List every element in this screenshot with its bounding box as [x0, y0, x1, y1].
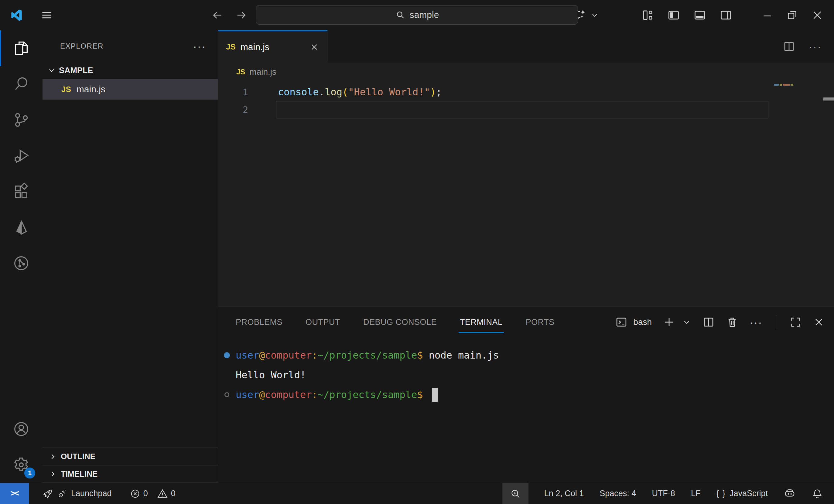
rocket-icon — [43, 488, 53, 499]
explorer-more-actions-icon[interactable]: ··· — [193, 45, 206, 48]
panel-more-actions-icon[interactable]: ··· — [750, 321, 763, 324]
customize-layout-icon[interactable] — [641, 9, 654, 22]
encoding[interactable]: UTF-8 — [652, 489, 675, 498]
activity-account[interactable] — [0, 411, 43, 447]
panel-tab-debug-console[interactable]: DEBUG CONSOLE — [363, 307, 437, 337]
remote-indicator[interactable]: >< — [0, 483, 29, 504]
git-branch-icon — [13, 111, 30, 129]
launchpad-label: Launchpad — [71, 489, 112, 498]
breadcrumb[interactable]: JS main.js — [218, 63, 834, 82]
panel-tab-ports[interactable]: PORTS — [526, 307, 554, 337]
tab-mainjs[interactable]: JS main.js — [218, 30, 327, 63]
panel-tab-terminal[interactable]: TERMINAL — [460, 307, 503, 337]
copilot-status-icon[interactable] — [784, 488, 796, 500]
menu-hamburger-icon[interactable] — [40, 8, 53, 22]
toggle-primary-sidebar-icon[interactable] — [667, 8, 680, 22]
toggle-panel-icon[interactable] — [693, 8, 706, 22]
language-mode[interactable]: { } JavaScript — [716, 489, 768, 498]
zoom-in-icon — [510, 488, 521, 500]
plug-icon — [57, 488, 67, 499]
explorer-title: EXPLORER — [60, 42, 104, 50]
indentation[interactable]: Spaces: 4 — [599, 489, 636, 498]
terminal-cursor — [432, 388, 438, 402]
code-editor[interactable]: 1 console.log("Hello World!"); 2 — [218, 82, 834, 307]
close-panel-icon[interactable] — [813, 316, 825, 328]
restore-window-icon[interactable] — [786, 9, 798, 21]
activity-extensions[interactable] — [0, 174, 43, 209]
activity-settings[interactable]: 1 — [0, 447, 43, 483]
command-center-search[interactable]: sample — [256, 5, 578, 25]
outline-label: OUTLINE — [61, 452, 95, 461]
chevron-down-icon — [590, 11, 599, 19]
maximize-panel-icon[interactable] — [790, 316, 802, 328]
tab-label: main.js — [241, 42, 302, 52]
divider — [776, 316, 776, 329]
terminal-text: user@computer:~/projects/sample$ — [236, 389, 429, 400]
outline-section[interactable]: OUTLINE — [43, 448, 218, 465]
folder-name: SAMPLE — [59, 66, 93, 75]
terminal-dropdown-chevron-icon[interactable] — [682, 318, 691, 327]
line-number: 1 — [218, 87, 278, 97]
line-number: 2 — [218, 105, 278, 115]
chevron-right-icon — [49, 470, 57, 478]
panel-tab-output[interactable]: OUTPUT — [306, 307, 340, 337]
problems-status-item[interactable]: 0 0 — [130, 488, 176, 499]
activity-explorer[interactable] — [0, 30, 43, 66]
file-item-mainjs[interactable]: JS main.js — [43, 79, 218, 99]
terminal-line: user@computer:~/projects/sample$ — [218, 385, 834, 405]
files-icon — [13, 40, 30, 57]
zoom-status-button[interactable] — [502, 483, 528, 504]
activity-pyramid-extension[interactable] — [0, 209, 43, 245]
timeline-section[interactable]: TIMELINE — [43, 465, 218, 483]
folder-section-sample[interactable]: SAMPLE — [43, 62, 218, 79]
kill-terminal-trash-icon[interactable] — [726, 316, 739, 328]
pyramid-icon — [13, 219, 30, 236]
terminal-line: Hello World! — [218, 365, 834, 385]
braces-icon: { } — [716, 489, 726, 498]
javascript-file-icon: JS — [226, 42, 236, 52]
cursor-position[interactable]: Ln 2, Col 1 — [544, 489, 584, 498]
new-terminal-icon[interactable] — [663, 316, 676, 328]
forward-arrow-icon[interactable] — [235, 9, 247, 21]
activity-run-debug[interactable] — [0, 138, 43, 174]
search-value: sample — [410, 10, 439, 20]
search-icon — [395, 10, 405, 20]
editor-tab-bar: JS main.js ··· — [218, 30, 834, 63]
settings-badge: 1 — [24, 467, 35, 479]
notifications-bell-icon[interactable] — [812, 488, 823, 500]
terminal-text: user@computer:~/projects/sample$ node ma… — [236, 349, 499, 361]
vscode-logo-icon — [9, 8, 23, 22]
code-line-1: console.log("Hello World!"); — [278, 86, 442, 98]
title-bar: sample — [0, 0, 834, 30]
activity-graph-extension[interactable] — [0, 245, 43, 281]
close-window-icon[interactable] — [811, 9, 824, 22]
breadcrumb-file: main.js — [249, 67, 277, 77]
activity-bar: 1 — [0, 30, 43, 483]
command-success-decoration — [224, 352, 230, 358]
account-icon — [13, 420, 30, 438]
minimap[interactable] — [774, 84, 793, 86]
minimize-window-icon[interactable] — [761, 9, 773, 21]
terminal-line: user@computer:~/projects/sample$ node ma… — [218, 345, 834, 365]
tab-close-icon[interactable] — [309, 42, 319, 52]
activity-search[interactable] — [0, 66, 43, 102]
terminal-text: Hello World! — [236, 369, 306, 381]
chevron-down-icon — [47, 66, 56, 75]
activity-source-control[interactable] — [0, 102, 43, 138]
panel-tab-problems[interactable]: PROBLEMS — [236, 307, 282, 337]
split-editor-icon[interactable] — [783, 40, 795, 53]
chevron-right-icon — [49, 452, 57, 461]
launchpad-status-item[interactable]: Launchpad — [43, 488, 112, 499]
toggle-secondary-sidebar-icon[interactable] — [719, 8, 732, 22]
status-bar: >< Launchpad — [0, 483, 834, 504]
timeline-label: TIMELINE — [61, 469, 97, 479]
command-pending-decoration — [224, 392, 229, 397]
editor-more-actions-icon[interactable]: ··· — [809, 45, 822, 48]
eol-sequence[interactable]: LF — [691, 489, 701, 498]
back-arrow-icon[interactable] — [211, 9, 223, 21]
terminal-icon — [615, 316, 628, 328]
split-terminal-icon[interactable] — [702, 316, 715, 328]
shell-name[interactable]: bash — [633, 317, 652, 327]
graph-circle-icon — [13, 254, 30, 272]
terminal-output[interactable]: user@computer:~/projects/sample$ node ma… — [218, 337, 834, 483]
